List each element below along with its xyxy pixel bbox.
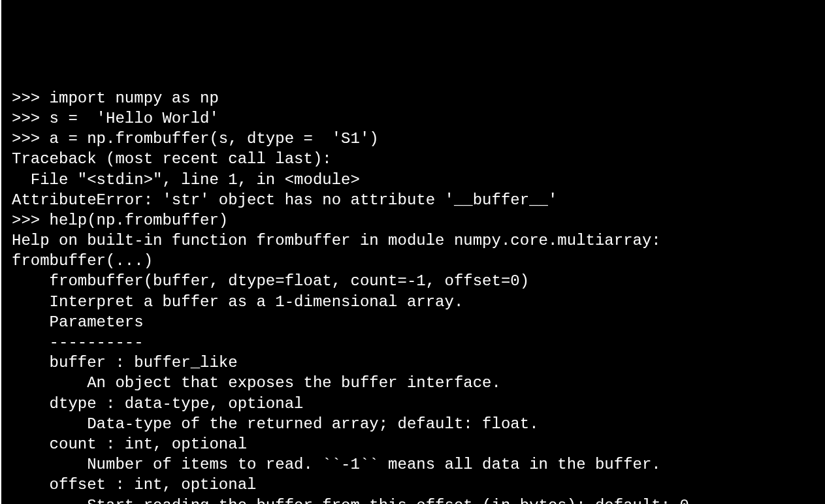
terminal-line: >>> a = np.frombuffer(s, dtype = 'S1') — [12, 129, 815, 149]
terminal-line: Interpret a buffer as a 1-dimensional ar… — [12, 292, 815, 312]
terminal-line: Help on built-in function frombuffer in … — [12, 230, 815, 251]
terminal-line: ---------- — [12, 332, 815, 353]
terminal-line: File "<stdin>", line 1, in <module> — [12, 170, 815, 190]
terminal-line: An object that exposes the buffer interf… — [12, 373, 815, 393]
terminal-line: Number of items to read. ``-1`` means al… — [12, 454, 815, 475]
terminal-line: AttributeError: 'str' object has no attr… — [12, 190, 815, 210]
terminal-line: >>> s = 'Hello World' — [12, 108, 815, 129]
terminal-line: frombuffer(buffer, dtype=float, count=-1… — [12, 271, 815, 291]
terminal-line: count : int, optional — [12, 434, 815, 454]
terminal-line: Parameters — [12, 312, 815, 332]
terminal-output[interactable]: >>> import numpy as np>>> s = 'Hello Wor… — [12, 88, 815, 504]
terminal-line: Start reading the buffer from this offse… — [12, 496, 815, 505]
terminal-line: >>> help(np.frombuffer) — [12, 210, 815, 230]
terminal-line: dtype : data-type, optional — [12, 394, 815, 414]
terminal-line: offset : int, optional — [12, 475, 815, 495]
terminal-line: Traceback (most recent call last): — [12, 149, 815, 169]
terminal-line: Data-type of the returned array; default… — [12, 414, 815, 434]
terminal-line: >>> import numpy as np — [12, 88, 815, 108]
terminal-line: frombuffer(...) — [12, 251, 815, 271]
terminal-line: buffer : buffer_like — [12, 353, 815, 373]
